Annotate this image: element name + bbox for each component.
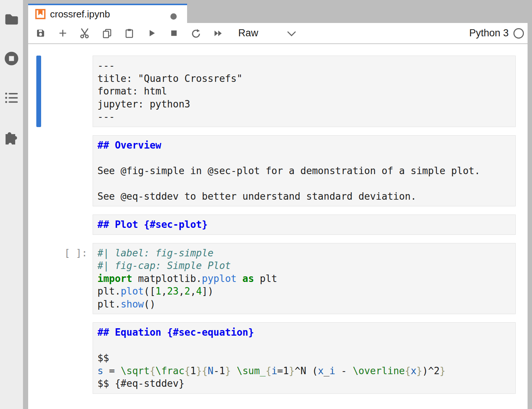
code-line[interactable] [93,339,515,352]
kernel-name: Python 3 [469,27,509,39]
paste-cells-button[interactable] [122,26,137,41]
token: $$ [97,352,109,363]
kernel-indicator[interactable]: Python 3 [469,23,524,43]
code-line[interactable]: s = \sqrt{\frac{1}{N-1} \sum_{i=1}^N (x_… [93,365,515,378]
cell-editor[interactable]: ---title: "Quarto Crossrefs"format: html… [93,56,516,127]
cell-execution-prompt: [ ]: [28,243,93,315]
code-line[interactable]: format: html [93,85,515,98]
token: )^2 [422,365,440,376]
token: x [318,365,324,376]
save-button[interactable] [33,26,48,41]
cut-cells-button[interactable] [77,26,92,41]
token: i [272,365,277,376]
token: matplotlib. [132,273,202,284]
code-line[interactable]: ## Overview [93,139,515,152]
cell-editor[interactable]: ## OverviewSee @fig-simple in @sec-plot … [93,135,516,207]
code-line[interactable]: plt.plot([1,23,2,4]) [93,285,515,298]
insert-cell-button[interactable] [55,26,70,41]
code-line[interactable]: ## Equation {#sec-equation} [93,326,515,339]
token: $$ {#eq-stddev} [97,378,184,389]
token: , [179,286,184,297]
token: See @fig-simple in @sec-plot for a demon… [97,165,480,176]
token: jupyter: python3 [97,99,190,110]
token: = [103,365,121,376]
code-line[interactable]: --- [93,110,515,123]
code-line[interactable] [93,152,515,164]
token: 23 [167,286,179,297]
code-line[interactable]: import matplotlib.pyplot as plt [93,272,515,285]
code-line[interactable]: $$ {#eq-stddev} [93,377,515,390]
token: 1 [156,286,162,297]
cell-raw[interactable]: ---title: "Quarto Crossrefs"format: html… [28,56,516,127]
notebook-icon [35,9,46,19]
cell-editor[interactable]: ## Plot {#sec-plot} [93,215,516,235]
token: import [97,273,132,284]
cell-markdown[interactable]: ## Equation {#sec-equation}$$s = \sqrt{\… [28,322,516,394]
token: } [289,365,295,376]
running-kernels-icon[interactable] [4,51,19,66]
code-line[interactable]: --- [93,59,515,72]
cell-execution-prompt [28,135,93,207]
tab-title: crossref.ipynb [50,9,110,20]
tab-crossref-ipynb[interactable]: crossref.ipynb [28,4,187,23]
token: as [242,273,254,284]
token: () [144,299,155,310]
copy-cells-button[interactable] [100,26,114,41]
token: \overline [353,365,405,376]
token: show [121,299,144,310]
code-line[interactable]: #| fig-cap: Simple Plot [93,259,515,272]
tab-bar: crossref.ipynb [28,0,528,23]
code-line[interactable]: plt.show() [93,298,515,311]
notebook-toolbar: Raw Python 3 [28,23,528,44]
token: 4 [196,286,202,297]
code-line[interactable]: #| label: fig-simple [93,247,515,260]
cell-execution-prompt [28,56,93,127]
token: \frac [156,365,184,376]
code-line[interactable]: ## Plot {#sec-plot} [93,218,515,231]
token: { [184,365,190,376]
token: See @eq-stddev to better understand stan… [97,191,416,202]
cell-editor[interactable]: ## Equation {#sec-equation}$$s = \sqrt{\… [93,322,516,394]
notebook-cells: ---title: "Quarto Crossrefs"format: html… [28,44,528,409]
cell-markdown[interactable]: ## Plot {#sec-plot} [28,215,516,235]
token [237,273,243,284]
token: } [196,365,202,376]
kernel-status-icon [513,28,524,39]
token: s [97,365,103,376]
unsaved-changes-dot[interactable] [170,13,177,20]
right-edge [528,0,532,409]
token [231,365,237,376]
jupyterlab-window: crossref.ipynb [0,0,532,409]
code-line[interactable]: $$ [93,352,515,365]
extensions-icon[interactable] [3,128,20,146]
main-area: crossref.ipynb [28,0,528,409]
cell-editor[interactable]: #| label: fig-simple#| fig-cap: Simple P… [93,243,516,315]
code-line[interactable]: title: "Quarto Crossrefs" [93,72,515,85]
code-line[interactable]: See @eq-stddev to better understand stan… [93,190,515,203]
token: title: "Quarto Crossrefs" [97,73,242,84]
interrupt-kernel-button[interactable] [166,26,181,41]
run-button[interactable] [144,26,159,41]
cell-execution-prompt [28,322,93,394]
code-line[interactable]: See @fig-simple in @sec-plot for a demon… [93,164,515,177]
token: ^N ( [295,365,318,376]
token: } [225,365,231,376]
token: x [410,365,416,376]
token: plt [254,273,277,284]
cell-markdown[interactable]: ## OverviewSee @fig-simple in @sec-plot … [28,135,516,207]
folder-icon[interactable] [4,13,19,25]
cell-code[interactable]: [ ]:#| label: fig-simple#| fig-cap: Simp… [28,243,516,315]
token: ]) [202,286,213,297]
token: plt. [97,286,121,297]
code-line[interactable] [93,177,515,190]
token: } [440,365,446,376]
token: } [416,365,422,376]
code-line[interactable]: jupyter: python3 [93,98,515,111]
token: format: html [97,86,167,97]
restart-kernel-button[interactable] [189,26,203,41]
table-of-contents-icon[interactable] [4,92,19,104]
cell-type-select[interactable]: Raw [233,23,303,43]
token: plt. [97,299,121,310]
restart-run-all-button[interactable] [211,26,226,41]
token: , [161,286,167,297]
